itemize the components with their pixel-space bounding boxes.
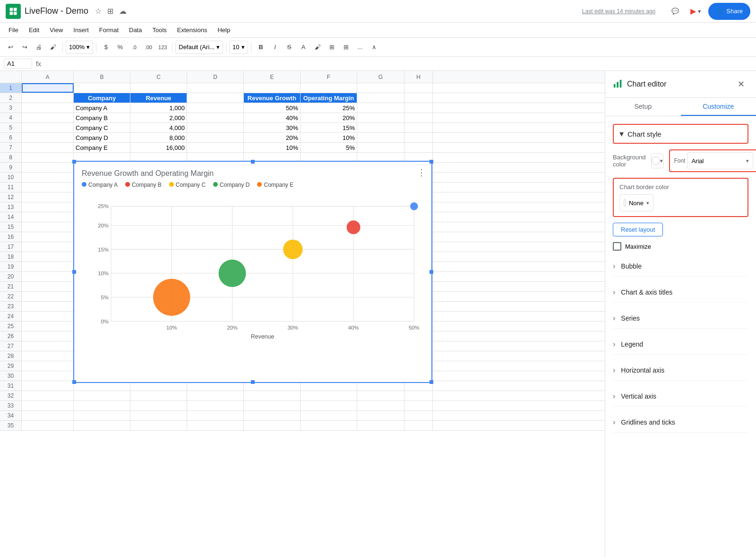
- cell-g35[interactable]: [357, 421, 404, 430]
- menu-insert[interactable]: Insert: [69, 25, 94, 35]
- row-14[interactable]: 14: [0, 212, 22, 222]
- series-section[interactable]: › Series: [613, 308, 748, 329]
- cell-e3[interactable]: 50%: [244, 103, 301, 113]
- cell-g33[interactable]: [357, 401, 404, 410]
- folder-icon[interactable]: ⊞: [107, 7, 113, 16]
- row-17[interactable]: 17: [0, 242, 22, 252]
- cell-a34[interactable]: [22, 411, 74, 420]
- tab-customize[interactable]: Customize: [681, 98, 756, 116]
- col-f[interactable]: F: [301, 71, 357, 83]
- cell-h7[interactable]: [404, 143, 433, 152]
- cell-g7[interactable]: [357, 143, 404, 152]
- cell-g6[interactable]: [357, 133, 404, 142]
- menu-data[interactable]: Data: [124, 25, 146, 35]
- gridlines-ticks-section[interactable]: › Gridlines and ticks: [613, 412, 748, 433]
- menu-edit[interactable]: Edit: [24, 25, 44, 35]
- menu-file[interactable]: File: [4, 25, 23, 35]
- cell-b3[interactable]: Company A: [74, 103, 130, 113]
- cell-f3[interactable]: 25%: [301, 103, 357, 113]
- cell-c3[interactable]: 1,000: [130, 103, 187, 113]
- cell-a11[interactable]: [22, 183, 74, 192]
- collapse-button[interactable]: ∧: [368, 41, 381, 54]
- chart-handle-mr[interactable]: [430, 270, 433, 274]
- cell-g2[interactable]: [357, 93, 404, 103]
- cell-f2[interactable]: Operating Margin: [301, 93, 357, 103]
- chart-axis-titles-section[interactable]: › Chart & axis titles: [613, 282, 748, 303]
- cell-h35[interactable]: [404, 421, 433, 430]
- cell-g5[interactable]: [357, 123, 404, 132]
- row-26[interactable]: 26: [0, 331, 22, 341]
- cell-g32[interactable]: [357, 391, 404, 400]
- row-18[interactable]: 18: [0, 252, 22, 262]
- fill-color-button[interactable]: 🖌: [311, 41, 324, 54]
- cell-d2[interactable]: [187, 93, 244, 103]
- chart-handle-tm[interactable]: [251, 160, 255, 164]
- cell-h2[interactable]: [404, 93, 433, 103]
- chat-button[interactable]: 💬: [667, 3, 684, 20]
- decimal-less-button[interactable]: .0: [128, 41, 141, 54]
- cell-a10[interactable]: [22, 173, 74, 182]
- cell-d4[interactable]: [187, 113, 244, 122]
- cell-e7[interactable]: 10%: [244, 143, 301, 152]
- cell-d34[interactable]: [187, 411, 244, 420]
- cell-h34[interactable]: [404, 411, 433, 420]
- row-35[interactable]: 35: [0, 421, 22, 431]
- row-6[interactable]: 6: [0, 133, 22, 143]
- cell-f33[interactable]: [301, 401, 357, 410]
- cell-a23[interactable]: [22, 302, 74, 311]
- cell-b6[interactable]: Company D: [74, 133, 130, 142]
- cell-f32[interactable]: [301, 391, 357, 400]
- horizontal-axis-section[interactable]: › Horizontal axis: [613, 360, 748, 381]
- reset-layout-button[interactable]: Reset layout: [613, 223, 663, 236]
- cell-a9[interactable]: [22, 163, 74, 172]
- cell-a27[interactable]: [22, 341, 74, 351]
- cell-e33[interactable]: [244, 401, 301, 410]
- cell-a2[interactable]: [22, 93, 74, 103]
- row-22[interactable]: 22: [0, 292, 22, 302]
- row-25[interactable]: 25: [0, 322, 22, 331]
- redo-button[interactable]: ↪: [18, 41, 31, 54]
- cell-a17[interactable]: [22, 242, 74, 252]
- cell-b7[interactable]: Company E: [74, 143, 130, 152]
- cell-a13[interactable]: [22, 202, 74, 212]
- col-g[interactable]: G: [357, 71, 404, 83]
- menu-tools[interactable]: Tools: [147, 25, 171, 35]
- cell-g3[interactable]: [357, 103, 404, 113]
- cell-b4[interactable]: Company B: [74, 113, 130, 122]
- merge-button[interactable]: ⊞: [339, 41, 352, 54]
- font-size-dropdown[interactable]: 10 ▾: [229, 41, 248, 54]
- row-4[interactable]: 4: [0, 113, 22, 123]
- cell-a19[interactable]: [22, 262, 74, 271]
- cell-d5[interactable]: [187, 123, 244, 132]
- cell-h1[interactable]: [404, 83, 433, 93]
- row-30[interactable]: 30: [0, 371, 22, 381]
- cell-c1[interactable]: [130, 83, 187, 93]
- cell-f34[interactable]: [301, 411, 357, 420]
- row-32[interactable]: 32: [0, 391, 22, 401]
- cell-f7[interactable]: 5%: [301, 143, 357, 152]
- cell-a15[interactable]: [22, 222, 74, 232]
- cell-a1[interactable]: [22, 83, 74, 93]
- row-24[interactable]: 24: [0, 312, 22, 322]
- cell-reference[interactable]: A1: [4, 59, 32, 69]
- col-c[interactable]: C: [130, 71, 187, 83]
- cell-h6[interactable]: [404, 133, 433, 142]
- row-33[interactable]: 33: [0, 401, 22, 411]
- cell-h33[interactable]: [404, 401, 433, 410]
- row-1[interactable]: 1: [0, 83, 22, 93]
- maximize-row[interactable]: Maximize: [613, 242, 748, 251]
- cell-f35[interactable]: [301, 421, 357, 430]
- more-button[interactable]: ...: [353, 41, 367, 54]
- chart-handle-tl[interactable]: [72, 160, 76, 164]
- cell-a24[interactable]: [22, 312, 74, 321]
- cell-a4[interactable]: [22, 113, 74, 122]
- cell-d6[interactable]: [187, 133, 244, 142]
- row-19[interactable]: 19: [0, 262, 22, 272]
- cell-e35[interactable]: [244, 421, 301, 430]
- cell-h4[interactable]: [404, 113, 433, 122]
- col-a[interactable]: A: [22, 71, 74, 83]
- share-button[interactable]: 👤 Share: [708, 3, 750, 20]
- menu-help[interactable]: Help: [213, 25, 235, 35]
- cell-c32[interactable]: [130, 391, 187, 400]
- cell-a33[interactable]: [22, 401, 74, 410]
